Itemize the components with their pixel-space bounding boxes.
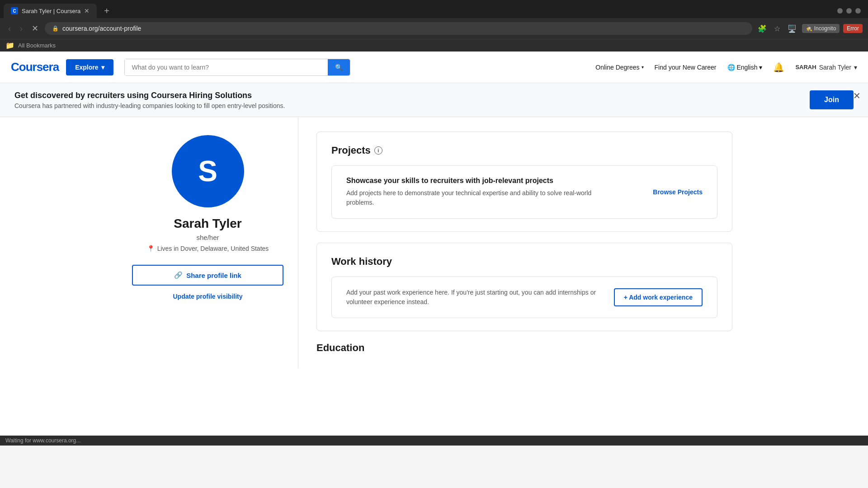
language-selector[interactable]: 🌐 English ▾ bbox=[727, 64, 763, 71]
minimize-button[interactable] bbox=[837, 8, 843, 14]
new-tab-button[interactable]: + bbox=[100, 4, 113, 18]
profile-name: Sarah Tyler bbox=[174, 216, 241, 231]
avatar: S bbox=[172, 135, 244, 207]
chevron-down-icon: ▾ bbox=[759, 64, 762, 71]
all-bookmarks-link[interactable]: All Bookmarks bbox=[18, 42, 56, 49]
work-history-section: Work history Add your past work experien… bbox=[316, 243, 732, 331]
incognito-badge: 🕵️ Incognito bbox=[802, 24, 840, 33]
close-button[interactable] bbox=[855, 8, 861, 14]
navbar: coursera Explore ▾ 🔍 Online Degrees ▾ Fi… bbox=[0, 52, 868, 83]
language-label: English bbox=[737, 64, 758, 71]
online-degrees-link[interactable]: Online Degrees ▾ bbox=[595, 64, 643, 71]
education-title: Education bbox=[316, 342, 732, 354]
projects-title-text: Projects bbox=[331, 145, 371, 156]
user-initials-label: SARAH bbox=[795, 64, 816, 70]
education-section: Education bbox=[316, 342, 732, 354]
incognito-label: Incognito bbox=[814, 25, 836, 32]
bookmarks-bar: 📁 All Bookmarks bbox=[0, 39, 868, 52]
chevron-down-icon: ▾ bbox=[854, 64, 857, 71]
maximize-button[interactable] bbox=[846, 8, 852, 14]
browser-tab[interactable]: C Sarah Tyler | Coursera ✕ bbox=[4, 4, 97, 18]
address-bar[interactable]: 🔒 coursera.org/account-profile bbox=[45, 22, 752, 35]
error-badge: Error bbox=[843, 24, 863, 33]
extensions-button[interactable]: 🧩 bbox=[756, 23, 769, 35]
back-button[interactable]: ‹ bbox=[5, 22, 14, 35]
browser-title-bar: C Sarah Tyler | Coursera ✕ + bbox=[0, 0, 868, 18]
hiring-solutions-banner: Get discovered by recruiters using Cours… bbox=[0, 83, 868, 117]
search-button[interactable]: 🔍 bbox=[328, 59, 350, 75]
coursera-logo: coursera bbox=[11, 60, 59, 74]
add-work-label: + Add work experience bbox=[624, 294, 693, 301]
browser-toolbar: ‹ › ✕ 🔒 coursera.org/account-profile 🧩 ☆… bbox=[0, 18, 868, 39]
search-container: 🔍 bbox=[124, 59, 350, 76]
profile-location: 📍 Lives in Dover, Delaware, United State… bbox=[147, 245, 269, 252]
main-layout: S Sarah Tyler she/her 📍 Lives in Dover, … bbox=[118, 117, 750, 368]
online-degrees-label: Online Degrees bbox=[595, 64, 639, 71]
browse-projects-link[interactable]: Browse Projects bbox=[653, 188, 703, 196]
work-history-section-title: Work history bbox=[331, 256, 717, 267]
tab-close-button[interactable]: ✕ bbox=[84, 7, 90, 14]
navbar-right: Online Degrees ▾ Find your New Career 🌐 … bbox=[595, 62, 857, 73]
forward-button[interactable]: › bbox=[17, 22, 25, 35]
location-text: Lives in Dover, Delaware, United States bbox=[157, 245, 269, 252]
toolbar-right: 🧩 ☆ 🖥️ 🕵️ Incognito Error bbox=[756, 23, 863, 35]
explore-button[interactable]: Explore ▾ bbox=[66, 59, 113, 75]
status-text: Waiting for www.coursera.org... bbox=[5, 437, 80, 444]
avatar-letter: S bbox=[198, 155, 217, 188]
error-label: Error bbox=[847, 25, 859, 32]
profile-pronouns: she/her bbox=[196, 234, 219, 241]
chevron-down-icon: ▾ bbox=[101, 64, 104, 71]
projects-section: Projects i Showcase your skills to recru… bbox=[316, 131, 732, 232]
projects-info-icon[interactable]: i bbox=[374, 146, 382, 155]
project-showcase-text: Showcase your skills to recruiters with … bbox=[346, 177, 618, 207]
tab-favicon: C bbox=[11, 7, 18, 14]
bookmarks-icon: 📁 bbox=[5, 41, 14, 50]
incognito-icon: 🕵️ bbox=[806, 25, 812, 32]
search-input[interactable] bbox=[125, 59, 328, 75]
profile-button[interactable]: 🖥️ bbox=[786, 23, 798, 35]
find-career-link[interactable]: Find your New Career bbox=[655, 64, 717, 71]
lock-icon: 🔒 bbox=[52, 25, 59, 32]
browser-chrome: C Sarah Tyler | Coursera ✕ + ‹ › ✕ 🔒 cou… bbox=[0, 0, 868, 52]
showcase-description: Add projects here to demonstrate your te… bbox=[346, 188, 618, 207]
user-name-label: Sarah Tyler bbox=[819, 64, 851, 71]
chevron-down-icon: ▾ bbox=[642, 65, 644, 70]
banner-text: Get discovered by recruiters using Cours… bbox=[14, 91, 285, 109]
banner-title: Get discovered by recruiters using Cours… bbox=[14, 91, 285, 100]
content-area: Projects i Showcase your skills to recru… bbox=[298, 117, 750, 368]
share-link-label: Share profile link bbox=[186, 272, 241, 279]
project-showcase-card: Showcase your skills to recruiters with … bbox=[331, 165, 717, 219]
add-work-experience-button[interactable]: + Add work experience bbox=[614, 288, 703, 306]
showcase-title: Showcase your skills to recruiters with … bbox=[346, 177, 618, 185]
location-icon: 📍 bbox=[147, 245, 155, 252]
user-menu[interactable]: SARAH Sarah Tyler ▾ bbox=[795, 64, 857, 71]
profile-sidebar: S Sarah Tyler she/her 📍 Lives in Dover, … bbox=[118, 117, 298, 368]
projects-section-title: Projects i bbox=[331, 145, 717, 156]
update-visibility-link[interactable]: Update profile visibility bbox=[173, 293, 242, 300]
bookmark-button[interactable]: ☆ bbox=[772, 23, 782, 35]
tab-title: Sarah Tyler | Coursera bbox=[22, 8, 80, 14]
status-bar: Waiting for www.coursera.org... bbox=[0, 436, 868, 446]
window-controls bbox=[837, 8, 864, 14]
work-history-empty-text: Add your past work experience here. If y… bbox=[346, 288, 614, 307]
explore-label: Explore bbox=[75, 64, 98, 71]
banner-close-button[interactable]: ✕ bbox=[853, 90, 861, 101]
globe-icon: 🌐 bbox=[727, 64, 735, 71]
work-history-empty-card: Add your past work experience here. If y… bbox=[331, 277, 717, 318]
notifications-button[interactable]: 🔔 bbox=[773, 62, 784, 73]
join-button[interactable]: Join bbox=[810, 90, 854, 109]
work-history-title-text: Work history bbox=[331, 256, 392, 267]
share-profile-link-button[interactable]: 🔗 Share profile link bbox=[132, 265, 283, 286]
page-content: coursera Explore ▾ 🔍 Online Degrees ▾ Fi… bbox=[0, 52, 868, 436]
url-text: coursera.org/account-profile bbox=[62, 25, 141, 32]
reload-button[interactable]: ✕ bbox=[29, 22, 41, 35]
banner-description: Coursera has partnered with industry-lea… bbox=[14, 102, 285, 109]
link-icon: 🔗 bbox=[174, 271, 183, 279]
